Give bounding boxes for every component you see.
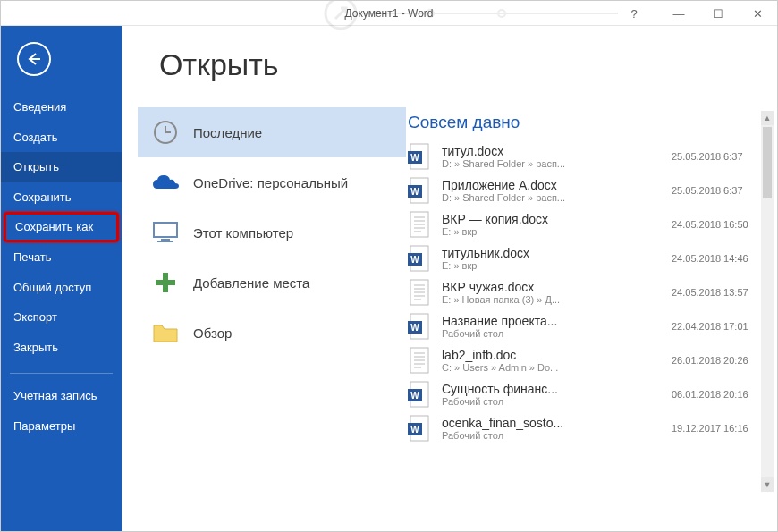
file-path: E: » вкр (442, 226, 664, 237)
sidebar-footer-item-1[interactable]: Параметры (1, 411, 122, 442)
file-name: титул.docx (442, 144, 664, 158)
word-docx-icon: W (408, 415, 433, 442)
clock-icon (150, 117, 181, 148)
file-name: Сущность финанс... (442, 382, 664, 396)
file-date: 25.05.2018 6:37 (672, 151, 761, 162)
file-name: ocenka_finan_sosto... (442, 416, 664, 430)
document-icon (408, 347, 433, 374)
sidebar-item-5[interactable]: Печать (1, 242, 122, 273)
document-title: Документ1 - Word (344, 7, 433, 20)
document-icon (408, 279, 433, 306)
file-date: 25.05.2018 6:37 (672, 185, 761, 196)
file-date: 24.05.2018 13:57 (672, 287, 761, 298)
word-docx-icon: W (408, 381, 433, 408)
sidebar-item-7[interactable]: Экспорт (1, 302, 122, 333)
sidebar-item-3[interactable]: Сохранить (1, 182, 122, 213)
plus-icon (150, 267, 181, 298)
location-item-1[interactable]: OneDrive: персональный (138, 157, 406, 207)
sidebar-separator (10, 373, 113, 374)
svg-text:W: W (410, 187, 419, 197)
word-docx-icon: W (408, 143, 433, 170)
file-date: 24.05.2018 14:46 (672, 253, 761, 264)
svg-rect-8 (156, 280, 175, 285)
svg-text:W: W (410, 153, 419, 163)
backstage-main: Открыть ПоследниеOneDrive: персональныйЭ… (122, 26, 777, 531)
svg-text:W: W (410, 255, 419, 265)
location-label: OneDrive: персональный (193, 175, 348, 190)
title-bar: Документ1 - Word ? — ☐ ✕ (1, 1, 777, 26)
maximize-button[interactable]: ☐ (698, 1, 738, 26)
sidebar-item-8[interactable]: Закрыть (1, 333, 122, 363)
file-date: 19.12.2017 16:16 (672, 423, 761, 434)
document-icon (408, 211, 433, 238)
file-row-1[interactable]: WПриложение А.docxD: » Shared Folder » р… (406, 173, 761, 207)
window-controls: ? — ☐ ✕ (616, 1, 777, 26)
file-path: Рабочий стол (442, 396, 664, 407)
file-row-8[interactable]: Wocenka_finan_sosto...Рабочий стол19.12.… (406, 411, 761, 445)
file-path: D: » Shared Folder » расп... (442, 192, 664, 203)
svg-text:W: W (410, 323, 419, 333)
location-label: Последние (193, 125, 262, 140)
sidebar-item-4[interactable]: Сохранить как (4, 212, 119, 242)
location-item-4[interactable]: Обзор (138, 308, 406, 358)
location-list: ПоследниеOneDrive: персональныйЭтот комп… (138, 107, 406, 524)
location-label: Этот компьютер (193, 225, 293, 241)
recent-files-pane: Совсем давно Wтитул.docxD: » Shared Fold… (406, 107, 777, 524)
back-button[interactable] (17, 42, 51, 76)
close-button[interactable]: ✕ (738, 1, 777, 26)
file-name: Название проекта... (442, 314, 664, 328)
help-button[interactable]: ? (616, 7, 652, 21)
recent-file-list: Wтитул.docxD: » Shared Folder » расп...2… (406, 139, 761, 445)
svg-text:W: W (410, 425, 419, 435)
file-path: D: » Shared Folder » расп... (442, 158, 664, 169)
sidebar-item-1[interactable]: Создать (1, 122, 122, 153)
sidebar-item-2[interactable]: Открыть (1, 152, 122, 182)
file-row-2[interactable]: ВКР — копия.docxE: » вкр24.05.2018 16:50 (406, 207, 761, 241)
file-path: Рабочий стол (442, 430, 664, 441)
file-name: ВКР чужая.docx (442, 280, 664, 294)
file-path: C: » Users » Admin » Do... (442, 362, 664, 373)
file-row-0[interactable]: Wтитул.docxD: » Shared Folder » расп...2… (406, 139, 761, 173)
svg-text:W: W (410, 391, 419, 401)
file-row-6[interactable]: lab2_infb.docC: » Users » Admin » Do...2… (406, 343, 761, 377)
sidebar-footer-item-0[interactable]: Учетная запись (1, 381, 122, 411)
file-name: ВКР — копия.docx (442, 212, 664, 226)
file-date: 26.01.2018 20:26 (672, 355, 761, 366)
folder-icon (150, 317, 181, 348)
file-path: E: » Новая папка (3) » Д... (442, 294, 664, 305)
scroll-down-arrow[interactable]: ▼ (761, 477, 774, 492)
word-docx-icon: W (408, 245, 433, 272)
location-label: Добавление места (193, 275, 309, 291)
svg-rect-5 (161, 239, 170, 241)
page-title: Открыть (159, 47, 777, 82)
files-section-heading: Совсем давно (408, 113, 761, 132)
scrollbar-vertical[interactable]: ▲ ▼ (761, 111, 774, 492)
file-row-7[interactable]: WСущность финанс...Рабочий стол06.01.201… (406, 377, 761, 411)
svg-rect-4 (154, 223, 177, 237)
sidebar-item-6[interactable]: Общий доступ (1, 273, 122, 303)
svg-point-2 (498, 10, 505, 17)
file-path: E: » вкр (442, 260, 664, 271)
file-date: 22.04.2018 17:01 (672, 321, 761, 332)
file-row-5[interactable]: WНазвание проекта...Рабочий стол22.04.20… (406, 309, 761, 343)
sidebar-item-0[interactable]: Сведения (1, 92, 122, 122)
file-name: lab2_infb.doc (442, 348, 664, 362)
file-row-4[interactable]: ВКР чужая.docxE: » Новая папка (3) » Д..… (406, 275, 761, 309)
arrow-left-icon (25, 50, 43, 68)
word-docx-icon: W (408, 177, 433, 204)
scroll-thumb[interactable] (763, 127, 772, 198)
computer-icon (150, 217, 181, 248)
file-name: титульник.docx (442, 246, 664, 260)
file-path: Рабочий стол (442, 328, 664, 339)
backstage-sidebar: СведенияСоздатьОткрытьСохранитьСохранить… (1, 26, 122, 531)
onedrive-icon (150, 167, 181, 198)
file-row-3[interactable]: Wтитульник.docxE: » вкр24.05.2018 14:46 (406, 241, 761, 275)
file-name: Приложение А.docx (442, 178, 664, 192)
location-item-0[interactable]: Последние (138, 107, 406, 157)
location-item-2[interactable]: Этот компьютер (138, 207, 406, 258)
file-date: 24.05.2018 16:50 (672, 219, 761, 230)
minimize-button[interactable]: — (659, 1, 698, 26)
location-item-3[interactable]: Добавление места (138, 258, 406, 308)
file-date: 06.01.2018 20:16 (672, 389, 761, 400)
scroll-up-arrow[interactable]: ▲ (761, 111, 774, 125)
